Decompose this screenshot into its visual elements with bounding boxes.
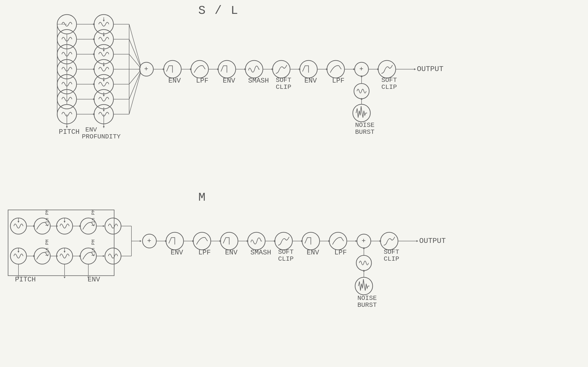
sl-env-profundity-label1: ENV [85, 126, 97, 133]
sl-noiseburst-label1: NOISE [355, 122, 375, 129]
sl-softclip2-label1: SOFT [381, 77, 397, 84]
m-output-label: OUTPUT [419, 237, 446, 245]
sl-env-profundity-label2: PROFUNDITY [82, 133, 121, 140]
svg-text:+: + [147, 237, 151, 245]
m-softclip2-label1: SOFT [384, 249, 399, 256]
svg-text:+: + [362, 237, 366, 245]
m-lpf1-label: LPF [198, 249, 211, 257]
m-softclip1-label2: CLIP [278, 255, 294, 262]
sl-softclip1-label1: SOFT [276, 77, 291, 84]
sl-smash-label: SMASH [248, 77, 269, 85]
m-pm-lin1-r2: Lin PM [44, 239, 50, 256]
m-env2-label: ENV [225, 249, 237, 257]
m-softclip2-label2: CLIP [384, 255, 399, 262]
sl-lpf1-label: LPF [196, 77, 208, 85]
sl-softclip2-label2: CLIP [381, 83, 397, 91]
sl-env1-label: ENV [168, 77, 181, 85]
sl-softclip1-label2: CLIP [276, 83, 291, 91]
m-title: M [198, 191, 206, 204]
m-lpf2-label: LPF [334, 249, 347, 257]
svg-rect-0 [0, 0, 588, 367]
svg-text:+: + [144, 65, 148, 73]
sl-pitch-label: PITCH [59, 128, 80, 136]
m-env-label: ENV [88, 276, 100, 284]
m-noiseburst-label2: BURST [357, 301, 377, 309]
m-noiseburst-label1: NOISE [357, 295, 377, 302]
sl-output-label: OUTPUT [417, 65, 443, 73]
sl-noiseburst-label2: BURST [355, 128, 375, 136]
m-softclip1-label1: SOFT [278, 249, 294, 256]
sl-lpf2-label: LPF [332, 77, 344, 85]
m-pm-lin2-r2: Lin PM [91, 239, 96, 256]
sl-env2-label: ENV [223, 77, 235, 85]
sl-title: S / L [198, 4, 239, 17]
m-smash-label: SMASH [250, 249, 271, 257]
svg-text:+: + [359, 65, 363, 73]
sl-env3-label: ENV [304, 77, 317, 85]
m-env3-label: ENV [307, 249, 319, 257]
m-env1-label: ENV [171, 249, 183, 257]
m-pm-lin1-r1: Lin PM [44, 209, 50, 226]
m-pm-lin2-r1: Lin PM [91, 209, 96, 226]
